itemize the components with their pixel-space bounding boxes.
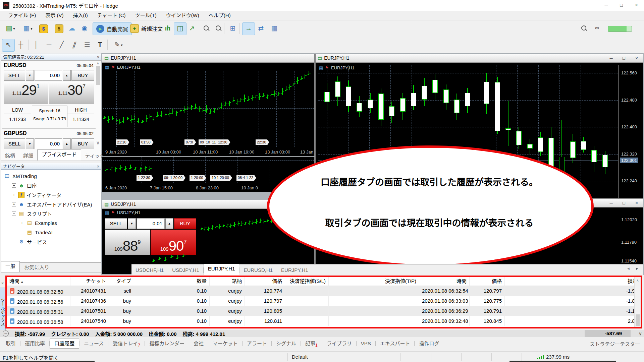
strategy-tester-label[interactable]: ストラテジーテスター [590, 340, 644, 347]
panel-close-icon[interactable]: × [97, 54, 99, 61]
toolbox-tab-2[interactable]: 口座履歴 [50, 339, 79, 349]
market-watch-tab-2[interactable]: プライスボード [37, 149, 81, 161]
community-chat-icon[interactable]: ∞ [591, 22, 603, 35]
toolbox-tab-13[interactable]: エキスパート [376, 339, 415, 348]
chart-window-title-bar[interactable]: ▤ EURJPY,H1 [102, 54, 314, 63]
close-icon[interactable]: × [630, 54, 643, 62]
toolbox-tab-10[interactable]: 記事1 [301, 339, 322, 348]
history-table-row[interactable]: 2020.01.08 06:32:56240107436buy0.10eurjp… [7, 296, 641, 306]
toolbox-tab-12[interactable]: VPS [357, 339, 375, 348]
tile-windows-icon[interactable]: ⊞ [227, 22, 239, 35]
chart-tab-3[interactable]: EURUSD,H1 [239, 265, 277, 275]
new-chart-button[interactable]: ▤▼ [3, 22, 19, 35]
navigator-item--[interactable]: +☻口座 [12, 181, 37, 189]
status-profile[interactable]: Default [292, 354, 308, 360]
zoom-out-icon[interactable] [212, 22, 224, 35]
column-header-profit[interactable]: 損益 [505, 277, 641, 286]
menu-item-3[interactable]: チャート (C) [93, 11, 130, 19]
minimize-icon[interactable]: ─ [599, 0, 614, 10]
scroll-up-icon[interactable]: ∧ [95, 61, 101, 65]
pointer-icon[interactable]: ↖ [2, 39, 15, 52]
menu-item-5[interactable]: ウインドウ(W) [161, 11, 204, 19]
text-tool-icon[interactable]: T [94, 39, 106, 51]
toolbox-tab-14[interactable]: 操作ログ [415, 339, 443, 348]
minimize-icon[interactable]: ─ [605, 199, 618, 207]
buy-button[interactable]: BUY [71, 138, 94, 149]
column-header-volume[interactable]: 数量 [134, 277, 210, 286]
column-header-price2[interactable]: 価格 [470, 277, 505, 286]
bars-style-icon[interactable]: ıłı [162, 22, 174, 35]
market-watch-tab-0[interactable]: 銘柄 [1, 151, 19, 161]
toolbox-tab-7[interactable]: マーケット [208, 339, 242, 348]
dropdown-icon[interactable]: ▼ [26, 70, 34, 81]
profiles-button[interactable]: ▦▼ [20, 22, 36, 35]
menu-item-4[interactable]: ツール(T) [130, 11, 161, 19]
tab-right-icon[interactable]: ► [635, 266, 639, 270]
navigator-item--ea-[interactable]: +☻エキスパートアドバイザ(EA) [12, 200, 92, 208]
expand-icon[interactable]: + [12, 183, 16, 188]
fibonacci-icon[interactable]: ☰ [81, 39, 93, 51]
dropdown-icon[interactable]: ▼ [26, 138, 34, 149]
window-grid-icon[interactable]: ▦ [268, 22, 280, 35]
ask-price-panel[interactable]: 109907 [151, 230, 196, 255]
menu-item-1[interactable]: 表示 (V) [41, 11, 68, 19]
column-header-type[interactable]: タイプ [109, 277, 134, 286]
summary-collapse-icon[interactable]: − [3, 330, 9, 337]
broadcast-icon[interactable]: ◉ [78, 22, 91, 35]
toolbox-tab-8[interactable]: アラート [243, 339, 271, 348]
account-funding-button[interactable]: $ [38, 22, 50, 35]
crosshair-icon[interactable]: ┼ [15, 39, 27, 51]
autotrade-button[interactable]: ▶自動売買 [93, 22, 132, 35]
autoscroll-icon[interactable]: → [242, 22, 255, 35]
volume-input[interactable]: 0.00 [35, 70, 62, 81]
menu-item-2[interactable]: 挿入(I) [68, 11, 93, 19]
close-icon[interactable]: × [630, 199, 643, 207]
chart-tab-0[interactable]: USDCHF,H1 [131, 265, 168, 275]
chart-shift-icon[interactable]: ⇄ [255, 22, 267, 35]
column-header-symbol[interactable]: 銘柄 [210, 277, 245, 286]
market-watch-tab-1[interactable]: 詳細 [19, 151, 37, 161]
vertical-line-icon[interactable]: │ [30, 39, 42, 51]
panel-close-icon[interactable]: × [97, 164, 99, 170]
bid-price-panel[interactable]: 1.11291 [4, 82, 48, 104]
history-table-row[interactable]: 2020.01.08 06:35:31240107501buy0.10eurjp… [7, 306, 641, 316]
mql5-button[interactable]: 5 [53, 22, 65, 35]
spin-up-icon[interactable]: ▲ [63, 138, 71, 149]
column-header-ticket[interactable]: チケット [70, 277, 109, 286]
scroll-up-icon[interactable]: ∧ [635, 278, 641, 282]
horizontal-line-icon[interactable]: ─ [43, 39, 55, 51]
scroll-down-icon[interactable]: ∨ [637, 331, 644, 336]
navigator-item-examples[interactable]: +▤Examples [20, 219, 57, 227]
navigator-item-tradeai[interactable]: ▤TradeAI [20, 228, 53, 236]
history-table-row[interactable]: 2020.01.08 06:32:50240107431sell0.10eurj… [7, 286, 641, 296]
chart-tab-4[interactable]: EURJPY,H1 [277, 265, 312, 275]
history-table-row[interactable]: 2020.01.08 06:36:58240107540buy0.10eurjp… [7, 316, 641, 326]
scrollbar-thumb[interactable] [96, 66, 100, 85]
trendline-icon[interactable]: ╱ [56, 39, 68, 51]
chart-tab-1[interactable]: USDJPY,H1 [168, 265, 203, 275]
scrollbar-thumb[interactable] [636, 314, 640, 326]
toolbox-tab-5[interactable]: 指標カレンダー [145, 339, 189, 348]
buy-button[interactable]: BUY [71, 70, 94, 81]
new-order-button[interactable]: +新規注文 [127, 22, 166, 35]
toolbox-tab-3[interactable]: ニュース [79, 339, 108, 348]
navigator-item--[interactable]: ⚙サービス [12, 238, 47, 246]
toolbox-tab-4[interactable]: 受信トレイ7 [108, 339, 145, 348]
table-scrollbar[interactable]: ∧ [634, 277, 641, 327]
navigator-tab-0[interactable]: 一般 [1, 261, 20, 272]
maximize-icon[interactable]: □ [618, 54, 630, 62]
scroll-down-icon[interactable]: ∨ [95, 140, 101, 146]
chart-window-title-bar[interactable]: ▤ EURJPY,H1 ─ □ × [316, 54, 643, 63]
spin-up-icon[interactable]: ▲ [165, 218, 173, 229]
expand-icon[interactable]: + [12, 202, 16, 206]
ask-price-panel[interactable]: 1.11307 [49, 82, 94, 104]
chart-window-eurjpy[interactable]: ▤ EURJPY,H1 ▦ ⚑ EURJPY,H1 21:1001:5007:0… [102, 54, 315, 156]
volume-input[interactable]: 0.01 [137, 218, 165, 229]
toolbox-tab-0[interactable]: 取引 [1, 339, 20, 348]
minimize-icon[interactable]: ─ [605, 54, 618, 62]
toolbox-tab-6[interactable]: 会社 [189, 339, 208, 348]
spin-up-icon[interactable]: ▲ [63, 70, 71, 81]
toolbox-tab-1[interactable]: 運用比率 [20, 339, 49, 348]
line-style-icon[interactable]: ↗ [186, 22, 198, 35]
community-icon[interactable]: ☁ [66, 22, 78, 35]
